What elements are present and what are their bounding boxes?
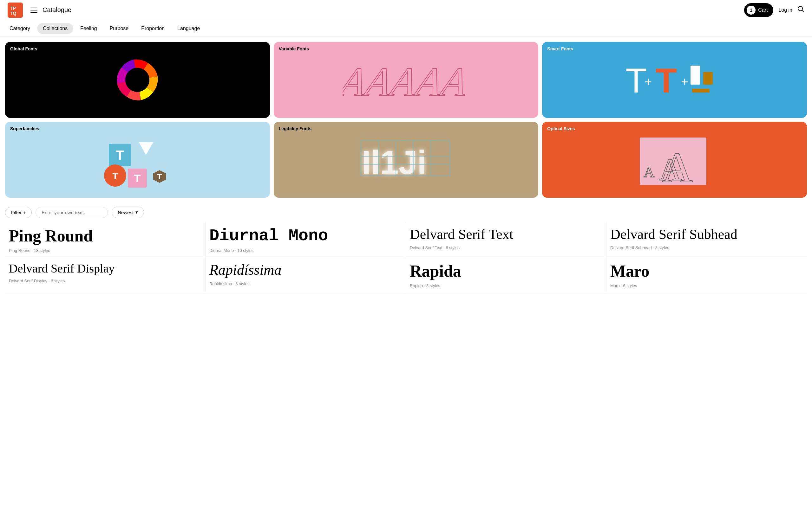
filters-row: Filter + Newest ▾	[0, 203, 812, 222]
super-visual: T T T T	[5, 122, 270, 198]
collection-card-variable-fonts[interactable]: Variable Fonts AAAAA	[274, 42, 539, 118]
font-meta: Diurnal Mono · 10 styles	[209, 248, 402, 253]
nav-item-collections[interactable]: Collections	[37, 23, 73, 34]
font-display-name: Delvard Serif Display	[9, 262, 201, 275]
font-display-name: Diurnal Mono	[209, 227, 402, 245]
sort-label: Newest	[118, 210, 134, 215]
nav-item-proportion[interactable]: Proportion	[136, 23, 170, 34]
svg-text:T: T	[625, 61, 647, 100]
legibility-visual: Il1Ji	[274, 122, 539, 198]
font-meta: Maro · 6 styles	[610, 283, 803, 288]
font-card-ping-round[interactable]: Ping Round Ping Round · 18 styles	[5, 222, 206, 257]
svg-text:TP: TP	[10, 6, 16, 11]
collection-card-legibility-fonts[interactable]: Legibility Fonts Il1Ji	[274, 122, 539, 198]
font-display-name: Delvard Serif Text	[410, 227, 602, 242]
svg-text:T: T	[116, 148, 124, 163]
collection-card-global-fonts[interactable]: Global Fonts	[5, 42, 270, 118]
sort-icon: ▾	[136, 210, 138, 215]
collection-label-legibility-fonts: Legibility Fonts	[279, 126, 311, 131]
header-actions: 1 Cart Log in	[744, 3, 804, 17]
collection-label-optical-sizes: Optical Sizes	[547, 126, 575, 131]
svg-text:AAAAA: AAAAA	[343, 59, 469, 105]
sort-button[interactable]: Newest ▾	[112, 207, 144, 218]
font-meta: Delvard Serif Text · 8 styles	[410, 245, 602, 250]
optical-visual: A A A	[542, 122, 807, 198]
collection-label-global-fonts: Global Fonts	[10, 46, 38, 51]
cart-label: Cart	[758, 7, 768, 13]
logo[interactable]: TP TQ	[8, 3, 23, 18]
svg-text:T: T	[113, 171, 118, 181]
font-meta: Rapida · 8 styles	[410, 283, 602, 288]
page-title: Catalogue	[43, 6, 744, 14]
collection-card-smart-fonts[interactable]: Smart Fonts T + T +	[542, 42, 807, 118]
category-nav: Category Collections Feeling Purpose Pro…	[0, 20, 812, 37]
font-card-delvard-serif-text[interactable]: Delvard Serif Text Delvard Serif Text · …	[406, 222, 606, 257]
font-card-rapida[interactable]: Rapida Rapida · 8 styles	[406, 257, 606, 292]
font-meta: Rapidíssima · 6 styles	[209, 281, 402, 286]
font-display-name: Rapida	[410, 262, 602, 280]
nav-item-feeling[interactable]: Feeling	[74, 23, 102, 34]
fonts-grid: Ping Round Ping Round · 18 styles Diurna…	[0, 222, 812, 292]
collection-label-smart-fonts: Smart Fonts	[547, 46, 573, 51]
variable-visual: AAAAA	[274, 42, 539, 118]
font-display-name: Delvard Serif Subhead	[610, 227, 803, 242]
font-meta: Delvard Serif Display · 8 styles	[9, 279, 201, 283]
filter-button[interactable]: Filter +	[5, 207, 32, 218]
font-card-maro[interactable]: Maro Maro · 6 styles	[606, 257, 807, 292]
collection-label-superfamilies: Superfamilies	[10, 126, 39, 131]
font-card-diurnal-mono[interactable]: Diurnal Mono Diurnal Mono · 10 styles	[206, 222, 406, 257]
svg-text:+: +	[645, 75, 652, 89]
login-button[interactable]: Log in	[778, 7, 792, 13]
svg-text:A: A	[659, 152, 681, 187]
svg-rect-13	[703, 72, 713, 84]
header: TP TQ Catalogue 1 Cart Log in	[0, 0, 812, 20]
font-display-name: Rapidíssima	[209, 262, 402, 278]
svg-text:T: T	[656, 61, 677, 100]
svg-text:T: T	[134, 172, 141, 184]
collection-card-superfamilies[interactable]: Superfamilies T T T T	[5, 122, 270, 198]
text-preview-input[interactable]	[36, 207, 108, 218]
svg-line-3	[802, 10, 804, 12]
cart-button[interactable]: 1 Cart	[744, 3, 773, 17]
nav-item-language[interactable]: Language	[171, 23, 206, 34]
collection-label-variable-fonts: Variable Fonts	[279, 46, 309, 51]
font-meta: Ping Round · 18 styles	[9, 248, 201, 253]
font-meta: Delvard Serif Subhead · 8 styles	[610, 245, 803, 250]
font-display-name: Maro	[610, 262, 803, 280]
collection-card-optical-sizes[interactable]: Optical Sizes A A A	[542, 122, 807, 198]
svg-text:T: T	[157, 172, 162, 181]
collections-grid: Global Fonts	[0, 37, 812, 203]
font-card-rapidissima[interactable]: Rapidíssima Rapidíssima · 6 styles	[206, 257, 406, 292]
svg-text:TQ: TQ	[10, 11, 16, 16]
menu-button[interactable]	[28, 5, 40, 15]
svg-rect-14	[692, 89, 710, 93]
search-button[interactable]	[798, 6, 804, 14]
font-card-delvard-serif-subhead[interactable]: Delvard Serif Subhead Delvard Serif Subh…	[606, 222, 807, 257]
nav-item-category[interactable]: Category	[4, 23, 36, 34]
nav-item-purpose[interactable]: Purpose	[104, 23, 135, 34]
smart-visual: T + T +	[542, 42, 807, 118]
cart-count: 1	[747, 6, 756, 14]
svg-marker-17	[139, 142, 153, 155]
svg-text:+: +	[681, 75, 688, 89]
color-wheel-visual	[5, 42, 270, 118]
font-display-name: Ping Round	[9, 227, 201, 245]
svg-rect-12	[691, 66, 700, 84]
svg-text:A: A	[644, 164, 655, 180]
font-card-delvard-serif-display[interactable]: Delvard Serif Display Delvard Serif Disp…	[5, 257, 206, 292]
